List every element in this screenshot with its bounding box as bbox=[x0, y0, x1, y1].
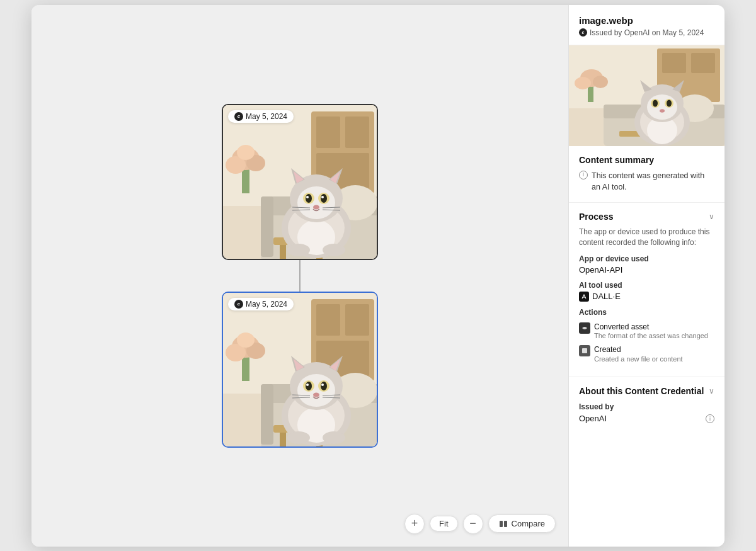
svg-rect-56 bbox=[280, 433, 286, 448]
action-converted-name: Converted asset bbox=[594, 322, 708, 332]
date-badge-bottom: c May 5, 2024 bbox=[228, 298, 294, 310]
about-chevron-icon[interactable]: ∨ bbox=[709, 387, 714, 395]
main-canvas: c May 5, 2024 bbox=[32, 5, 568, 547]
process-subtitle: The app or device used to produce this c… bbox=[579, 227, 714, 248]
issued-by-value: OpenAI i bbox=[579, 414, 714, 423]
fit-button[interactable]: Fit bbox=[430, 516, 457, 531]
issued-by-name: OpenAI bbox=[579, 414, 607, 423]
svg-point-101 bbox=[647, 94, 677, 120]
panel-issued: c Issued by OpenAI on May 5, 2024 bbox=[579, 28, 714, 37]
svg-point-38 bbox=[287, 244, 310, 256]
svg-rect-44 bbox=[345, 304, 369, 336]
connector-line bbox=[299, 260, 301, 292]
svg-point-90 bbox=[593, 76, 608, 88]
svg-point-79 bbox=[323, 431, 345, 444]
app-window: c May 5, 2024 bbox=[32, 5, 724, 547]
app-value: OpenAI-API bbox=[579, 265, 714, 275]
cr-logo-panel: c bbox=[579, 28, 587, 37]
svg-point-50 bbox=[237, 332, 255, 348]
svg-point-30 bbox=[321, 194, 327, 203]
svg-point-69 bbox=[306, 382, 312, 390]
action-created-text: Created Created a new file or content bbox=[594, 344, 683, 363]
compare-label: Compare bbox=[512, 519, 545, 528]
process-title: Process bbox=[579, 212, 613, 222]
svg-point-10 bbox=[237, 145, 255, 160]
svg-point-70 bbox=[321, 382, 327, 390]
converted-action-icon bbox=[579, 322, 590, 334]
about-section: About this Content Credential ∨ Issued b… bbox=[569, 377, 724, 432]
compare-icon bbox=[499, 520, 508, 528]
app-field: App or device used OpenAI-API bbox=[579, 254, 714, 275]
svg-rect-13 bbox=[261, 196, 273, 257]
ai-tool-name: DALL·E bbox=[592, 292, 621, 301]
cat-image-bottom bbox=[223, 293, 377, 446]
svg-rect-3 bbox=[316, 116, 340, 148]
content-summary-text: i This content was generated with an AI … bbox=[579, 170, 714, 194]
action-created: Created Created a new file or content bbox=[579, 344, 714, 363]
about-title: About this Content Credential bbox=[579, 386, 704, 396]
content-summary-body: This content was generated with an AI to… bbox=[592, 170, 714, 194]
cat-image-top bbox=[223, 105, 377, 259]
dalle-icon bbox=[579, 292, 589, 302]
content-summary-section: Content summary i This content was gener… bbox=[569, 146, 724, 203]
svg-rect-80 bbox=[500, 521, 503, 527]
cr-logo-bottom: c bbox=[234, 300, 243, 309]
action-converted-text: Converted asset The format of the asset … bbox=[594, 322, 708, 340]
ai-tool-field: AI tool used DALL·E bbox=[579, 281, 714, 302]
info-icon: i bbox=[579, 171, 588, 179]
svg-rect-81 bbox=[504, 521, 507, 527]
date-label-top: May 5, 2024 bbox=[246, 112, 287, 121]
compare-button[interactable]: Compare bbox=[488, 514, 556, 533]
issued-by-text: Issued by OpenAI on May 5, 2024 bbox=[590, 28, 704, 37]
issued-by-label: Issued by bbox=[579, 402, 714, 411]
image-card-top[interactable]: c May 5, 2024 bbox=[222, 104, 378, 260]
panel-header: image.webp c Issued by OpenAI on May 5, … bbox=[569, 5, 724, 45]
panel-thumbnail bbox=[569, 45, 724, 146]
svg-point-66 bbox=[297, 374, 335, 407]
image-card-bottom[interactable]: c May 5, 2024 bbox=[222, 292, 378, 448]
about-info-icon[interactable]: i bbox=[706, 414, 714, 423]
svg-rect-16 bbox=[280, 245, 286, 260]
svg-point-78 bbox=[287, 431, 310, 444]
panel-filename: image.webp bbox=[579, 15, 714, 26]
action-converted: Converted asset The format of the asset … bbox=[579, 322, 714, 340]
svg-point-31 bbox=[306, 196, 309, 198]
svg-rect-85 bbox=[662, 53, 686, 73]
svg-rect-4 bbox=[345, 116, 369, 148]
svg-rect-53 bbox=[261, 384, 273, 445]
svg-rect-86 bbox=[691, 53, 715, 73]
content-summary-title: Content summary bbox=[579, 155, 714, 165]
svg-point-73 bbox=[313, 392, 319, 397]
process-chevron-icon[interactable]: ∨ bbox=[709, 212, 714, 221]
action-created-name: Created bbox=[594, 344, 683, 355]
svg-point-89 bbox=[575, 77, 591, 89]
process-section-header: Process ∨ bbox=[579, 212, 714, 222]
svg-point-39 bbox=[323, 244, 345, 256]
svg-point-33 bbox=[313, 205, 319, 209]
app-label: App or device used bbox=[579, 254, 714, 263]
date-label-bottom: May 5, 2024 bbox=[246, 300, 287, 309]
svg-point-72 bbox=[321, 383, 324, 386]
svg-point-29 bbox=[306, 194, 312, 203]
zoom-out-button[interactable]: − bbox=[463, 514, 483, 534]
svg-rect-109 bbox=[582, 348, 587, 353]
svg-point-104 bbox=[653, 99, 658, 106]
action-created-desc: Created a new file or content bbox=[594, 355, 683, 363]
svg-point-71 bbox=[306, 383, 309, 386]
ai-tool-value: DALL·E bbox=[579, 292, 714, 302]
svg-point-26 bbox=[297, 186, 335, 219]
right-panel: image.webp c Issued by OpenAI on May 5, … bbox=[568, 5, 724, 547]
svg-point-32 bbox=[321, 196, 324, 198]
process-section: Process ∨ The app or device used to prod… bbox=[569, 203, 724, 377]
svg-point-106 bbox=[660, 109, 665, 113]
created-action-icon bbox=[579, 345, 590, 356]
svg-rect-43 bbox=[316, 304, 340, 336]
svg-point-105 bbox=[667, 99, 672, 106]
action-converted-desc: The format of the asset was changed bbox=[594, 332, 708, 339]
ai-tool-label: AI tool used bbox=[579, 281, 714, 290]
bottom-toolbar: + Fit − Compare bbox=[404, 514, 556, 534]
cr-logo-top: c bbox=[234, 112, 243, 121]
zoom-in-button[interactable]: + bbox=[404, 514, 425, 534]
about-header: About this Content Credential ∨ bbox=[579, 386, 714, 396]
canvas-content: c May 5, 2024 bbox=[222, 104, 378, 448]
